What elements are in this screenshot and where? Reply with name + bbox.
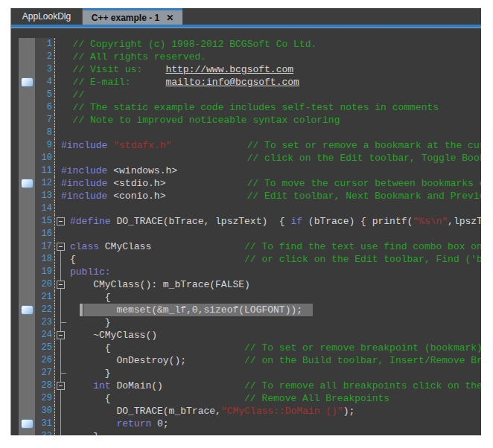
code-line[interactable]: 11#include <windows.h> xyxy=(11,164,481,177)
bookmark-gutter[interactable] xyxy=(19,51,35,63)
line-number[interactable]: 11 xyxy=(35,164,55,177)
code-cell[interactable]: { // Remove All Breakpoints xyxy=(55,392,481,405)
code-cell[interactable]: #include <conio.h> // Edit toolbar, Next… xyxy=(55,190,481,202)
code-line[interactable]: 21 { xyxy=(11,291,481,304)
line-number[interactable]: 13 xyxy=(35,190,55,202)
code-line[interactable]: 15#define DO_TRACE(bTrace, lpszText) { i… xyxy=(11,215,481,228)
line-number[interactable]: 29 xyxy=(35,392,55,405)
code-cell[interactable]: { xyxy=(55,291,481,304)
code-line[interactable]: 2 // All rights reserved. xyxy=(11,51,481,63)
code-line[interactable]: 30 DO_TRACE(m_bTrace,"CMyClass::DoMain (… xyxy=(11,405,481,417)
code-cell[interactable]: // All rights reserved. xyxy=(55,51,481,63)
bookmark-gutter[interactable] xyxy=(19,342,35,354)
code-cell[interactable]: // Note to improved noticeable syntax co… xyxy=(55,114,481,127)
bookmark-gutter[interactable] xyxy=(19,190,35,202)
line-number[interactable]: 31 xyxy=(35,417,55,430)
code-line[interactable]: 29 { // Remove All Breakpoints xyxy=(11,392,481,405)
code-line[interactable]: 10 // click on the Edit toolbar, Toggle … xyxy=(11,152,481,164)
line-number[interactable]: 18 xyxy=(35,253,55,266)
code-cell[interactable]: OnDestroy(); // on the Build toolbar, In… xyxy=(55,354,481,367)
bookmark-gutter[interactable] xyxy=(19,405,35,417)
bookmark-gutter[interactable] xyxy=(19,139,35,152)
code-cell[interactable]: #include <windows.h> xyxy=(55,164,481,177)
line-number[interactable]: 26 xyxy=(35,354,55,367)
code-cell[interactable]: CMyClass(): m_bTrace(FALSE) xyxy=(55,278,481,291)
tab-close-icon[interactable]: ✕ xyxy=(166,13,174,23)
code-line[interactable]: 31 return 0; xyxy=(11,417,481,430)
bookmark-gutter[interactable] xyxy=(19,215,35,228)
bookmark-gutter[interactable] xyxy=(19,101,35,114)
tab-cpp-example[interactable]: C++ example - 1 ✕ xyxy=(83,8,182,25)
line-number[interactable]: 23 xyxy=(35,316,55,329)
code-line[interactable]: 19public: xyxy=(11,266,481,278)
bookmark-gutter[interactable] xyxy=(19,316,35,329)
code-editor[interactable]: 1 // Copyright (c) 1998-2012 BCGSoft Co … xyxy=(11,36,481,435)
code-line[interactable]: 13#include <conio.h> // Edit toolbar, Ne… xyxy=(11,190,481,202)
line-number[interactable]: 32 xyxy=(35,430,55,435)
bookmark-gutter[interactable] xyxy=(19,417,35,430)
code-cell[interactable]: { // or click on the Edit toolbar, Find … xyxy=(55,253,481,266)
bookmark-gutter[interactable] xyxy=(19,89,35,101)
code-cell[interactable]: // The static example code includes self… xyxy=(55,101,481,114)
line-number[interactable]: 2 xyxy=(35,51,55,63)
line-number[interactable]: 14 xyxy=(35,202,55,215)
code-line[interactable]: 25 { // To set or remove breakpoint (boo… xyxy=(11,342,481,354)
tab-applookdlg[interactable]: AppLookDlg xyxy=(11,8,83,25)
code-line[interactable]: 7 // Note to improved noticeable syntax … xyxy=(11,114,481,127)
bookmark-gutter[interactable] xyxy=(19,304,35,316)
bookmark-gutter[interactable] xyxy=(19,392,35,405)
line-number[interactable]: 19 xyxy=(35,266,55,278)
code-cell[interactable]: } xyxy=(55,430,481,435)
line-number[interactable]: 12 xyxy=(35,177,55,190)
code-cell[interactable]: // E-mail: mailto:info@bcgsoft.com xyxy=(55,76,481,89)
bookmark-icon[interactable] xyxy=(21,419,34,429)
code-line[interactable]: 27 } xyxy=(11,367,481,380)
line-number[interactable]: 24 xyxy=(35,329,55,342)
bookmark-gutter[interactable] xyxy=(19,177,35,190)
line-number[interactable]: 16 xyxy=(35,228,55,240)
code-line[interactable]: 17class CMyClass // To find the text use… xyxy=(11,240,481,253)
code-line[interactable]: 20 CMyClass(): m_bTrace(FALSE) xyxy=(11,278,481,291)
code-cell[interactable]: ~CMyClass() xyxy=(55,329,481,342)
line-number[interactable]: 8 xyxy=(35,127,55,139)
fold-collapse-button[interactable] xyxy=(57,217,65,225)
code-line[interactable]: 18{ // or click on the Edit toolbar, Fin… xyxy=(11,253,481,266)
code-line[interactable]: 5 // xyxy=(11,89,481,101)
line-number[interactable]: 28 xyxy=(35,380,55,392)
bookmark-gutter[interactable] xyxy=(19,38,35,51)
code-cell[interactable] xyxy=(55,228,481,240)
code-cell[interactable]: return 0; xyxy=(55,417,481,430)
fold-collapse-button[interactable] xyxy=(57,281,65,289)
code-cell[interactable]: DO_TRACE(m_bTrace,"CMyClass::DoMain ()")… xyxy=(55,405,481,417)
bookmark-gutter[interactable] xyxy=(19,380,35,392)
fold-collapse-button[interactable] xyxy=(57,382,65,390)
code-cell[interactable]: // Copyright (c) 1998-2012 BCGSoft Co Lt… xyxy=(55,38,481,51)
line-number[interactable]: 30 xyxy=(35,405,55,417)
bookmark-gutter[interactable] xyxy=(19,354,35,367)
code-line[interactable]: 23 } xyxy=(11,316,481,329)
bookmark-gutter[interactable] xyxy=(19,228,35,240)
line-number[interactable]: 3 xyxy=(35,63,55,76)
bookmark-gutter[interactable] xyxy=(19,63,35,76)
line-number[interactable]: 10 xyxy=(35,152,55,164)
code-line[interactable]: 22 memset(&m_lf,0,sizeof(LOGFONT)); xyxy=(11,304,481,316)
code-line[interactable]: 8 xyxy=(11,127,481,139)
line-number[interactable]: 9 xyxy=(35,139,55,152)
code-cell[interactable]: int DoMain() // To remove all breakpoint… xyxy=(55,380,481,392)
code-cell[interactable]: public: xyxy=(55,266,481,278)
code-line[interactable]: 9#include "stdafx.h" // To set or remove… xyxy=(11,139,481,152)
line-number[interactable]: 22 xyxy=(35,304,55,316)
line-number[interactable]: 15 xyxy=(35,215,55,228)
code-line[interactable]: 26 OnDestroy(); // on the Build toolbar,… xyxy=(11,354,481,367)
code-cell[interactable]: #include <stdio.h> // To move the cursor… xyxy=(55,177,481,190)
code-line[interactable]: 12#include <stdio.h> // To move the curs… xyxy=(11,177,481,190)
bookmark-gutter[interactable] xyxy=(19,278,35,291)
bookmark-gutter[interactable] xyxy=(19,329,35,342)
line-number[interactable]: 25 xyxy=(35,342,55,354)
fold-collapse-button[interactable] xyxy=(57,331,65,339)
code-cell[interactable]: #include "stdafx.h" // To set or remove … xyxy=(55,139,481,152)
code-cell[interactable]: // click on the Edit toolbar, Toggle Boo… xyxy=(55,152,481,164)
line-number[interactable]: 1 xyxy=(35,38,55,51)
code-cell[interactable] xyxy=(55,127,481,139)
line-number[interactable]: 6 xyxy=(35,101,55,114)
